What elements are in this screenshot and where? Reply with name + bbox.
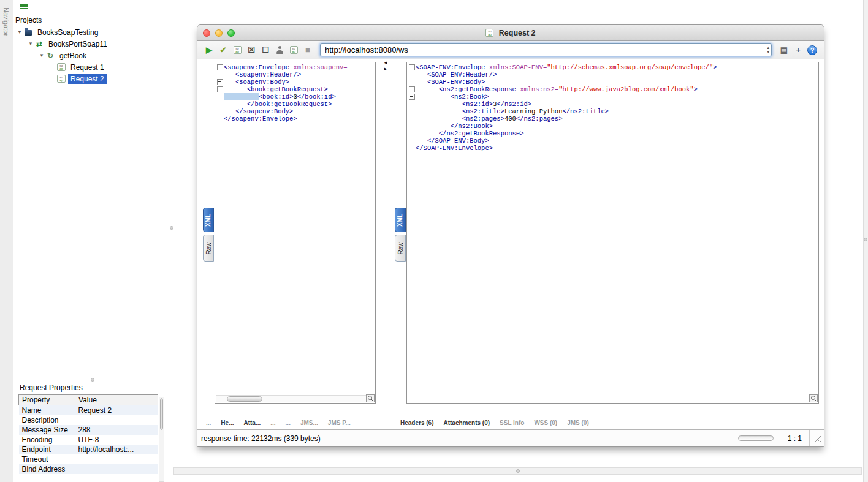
magnifier-icon: [367, 395, 374, 402]
response-code[interactable]: <SOAP-ENV:Envelope xmlns:SOAP-ENV="http:…: [408, 64, 818, 402]
endpoint-dropdown-stepper[interactable]: ▴▾: [767, 45, 769, 54]
expand-toggle-icon[interactable]: ▼: [37, 53, 46, 58]
tab-jms-0[interactable]: JMS (0): [567, 420, 589, 426]
fold-toggle-icon[interactable]: [408, 93, 416, 100]
close-button[interactable]: [203, 29, 210, 37]
tab-ssl-info[interactable]: SSL Info: [500, 420, 524, 426]
tab-jms-p[interactable]: JMS P...: [328, 420, 351, 426]
property-row-name[interactable]: NameRequest 2: [19, 405, 158, 416]
tab-wss-0[interactable]: WSS (0): [534, 420, 557, 426]
window-titlebar[interactable]: soap Request 2: [197, 25, 824, 41]
property-row-timeout[interactable]: Timeout: [19, 454, 158, 464]
tab-more-0[interactable]: ...: [206, 420, 211, 426]
zoom-button[interactable]: [227, 29, 235, 37]
property-value[interactable]: [75, 454, 158, 464]
soap-mock-icon[interactable]: soap: [287, 44, 300, 56]
property-value[interactable]: Request 2: [75, 405, 158, 416]
property-row-bind-address[interactable]: Bind Address: [19, 464, 158, 474]
tree-item-label: BooksSoapTesting: [35, 28, 101, 37]
property-row-description[interactable]: Description: [19, 415, 158, 425]
code-line: <SOAP-ENV:Envelope xmlns:SOAP-ENV="http:…: [408, 64, 818, 71]
request-tab-xml[interactable]: XML: [203, 208, 214, 232]
property-value[interactable]: 288: [75, 425, 158, 435]
response-zoom-button[interactable]: [809, 394, 818, 402]
panel-divider-grip-icon[interactable]: [170, 226, 173, 230]
property-row-message-size[interactable]: Message Size288: [19, 425, 158, 435]
request-zoom-button[interactable]: [366, 394, 375, 402]
property-row-encoding[interactable]: EncodingUTF-8: [19, 435, 158, 445]
property-value[interactable]: UTF-8: [75, 435, 158, 445]
workspace-right-strip[interactable]: [863, 0, 868, 482]
property-row-endpoint[interactable]: Endpointhttp://localhost:...: [19, 445, 158, 454]
properties-table: PropertyValue NameRequest 2DescriptionMe…: [18, 394, 158, 474]
response-editor[interactable]: <SOAP-ENV:Envelope xmlns:SOAP-ENV="http:…: [406, 62, 819, 404]
toolbar-right-icons: ▤+?: [778, 44, 818, 56]
workspace-hscrollbar[interactable]: [173, 467, 862, 475]
window-resize-grip[interactable]: [813, 434, 821, 442]
split-view-icon[interactable]: +: [792, 44, 804, 56]
property-value[interactable]: http://localhost:...: [75, 445, 158, 454]
property-value[interactable]: [75, 464, 158, 474]
collapse-left-icon[interactable]: ◂: [384, 59, 387, 66]
collapse-right-icon[interactable]: ▸: [384, 66, 387, 72]
tab-headers-6[interactable]: Headers (6): [400, 420, 433, 426]
code-line: <soapenv:Body>: [216, 78, 375, 86]
request-tab-raw[interactable]: Raw: [203, 235, 214, 262]
tree-item-request-1[interactable]: soapRequest 1: [13, 61, 172, 73]
properties-scroll-thumb[interactable]: [160, 398, 163, 430]
gutter: [408, 130, 416, 137]
project-icon: [24, 28, 32, 36]
tree-item-getbook[interactable]: ▼getBook: [13, 50, 172, 61]
request-toolbar: ▶✔soap☒☐soap■ ▴▾ ▤+?: [197, 41, 824, 59]
tree-item-booksportsoap11[interactable]: ▼BooksPortSoap11: [13, 38, 172, 50]
tab-atta[interactable]: Atta...: [243, 420, 261, 426]
properties-col-value: Value: [75, 395, 158, 405]
gutter: [408, 71, 416, 78]
response-tab-xml[interactable]: XML: [395, 208, 406, 232]
navigator-splitter[interactable]: [13, 376, 172, 383]
code-line: </soapenv:Body>: [216, 108, 375, 115]
tab-he[interactable]: He...: [221, 420, 234, 426]
fold-toggle-icon[interactable]: [408, 86, 416, 93]
property-value[interactable]: [75, 415, 158, 425]
user-icon[interactable]: [273, 44, 286, 56]
request-hscroll-thumb[interactable]: [227, 396, 262, 402]
fold-toggle-icon[interactable]: [216, 86, 224, 93]
properties-scrollbar[interactable]: [159, 397, 164, 482]
tree-item-bookssoaptesting[interactable]: ▼BooksSoapTesting: [13, 26, 172, 38]
code-line: <book:id>3</book:id>: [216, 93, 375, 100]
tree-item-request-2[interactable]: soapRequest 2: [13, 73, 172, 85]
fold-toggle-icon[interactable]: [216, 64, 224, 71]
expand-toggle-icon[interactable]: ▼: [15, 29, 24, 35]
request-hscrollbar[interactable]: [216, 395, 366, 402]
tab-jms[interactable]: JMS...: [300, 420, 318, 426]
add-to-testcase-icon[interactable]: ✔: [217, 44, 229, 56]
create-empty-icon[interactable]: ☐: [259, 44, 272, 56]
expand-toggle-icon[interactable]: ▼: [26, 41, 35, 47]
fold-toggle-icon[interactable]: [408, 64, 416, 71]
code-line: </ns2:Book>: [408, 122, 818, 130]
xpath-box-icon[interactable]: ☒: [245, 44, 257, 56]
help-button[interactable]: ?: [806, 44, 818, 56]
endpoint-combo[interactable]: ▴▾: [320, 43, 772, 56]
property-name: Bind Address: [19, 464, 75, 474]
soap-request-icon[interactable]: soap: [231, 44, 243, 56]
endpoint-input[interactable]: [320, 43, 772, 56]
tab-more-3[interactable]: ...: [270, 420, 275, 426]
minimize-button[interactable]: [215, 29, 223, 37]
layout-icon[interactable]: ▤: [778, 44, 790, 56]
gutter: [216, 71, 224, 78]
navigator-tab[interactable]: Navigator: [2, 7, 10, 36]
pane-splitter[interactable]: ◂ ▸: [381, 59, 390, 78]
request-code[interactable]: <soapenv:Envelope xmlns:soapenv= <soapen…: [216, 64, 375, 394]
tab-attachments-0[interactable]: Attachments (0): [443, 420, 490, 426]
window-statusbar: response time: 22132ms (339 bytes) 1 : 1: [197, 429, 824, 446]
response-tab-raw[interactable]: Raw: [395, 235, 406, 262]
fold-toggle-icon[interactable]: [216, 78, 224, 86]
cancel-icon[interactable]: ■: [302, 44, 314, 56]
submit-button[interactable]: ▶: [203, 44, 215, 56]
tree-item-label: BooksPortSoap11: [46, 39, 110, 49]
request-editor[interactable]: <soapenv:Envelope xmlns:soapenv= <soapen…: [215, 62, 376, 404]
tab-more-4[interactable]: ...: [286, 420, 291, 426]
navigator-menu-icon[interactable]: [20, 4, 28, 10]
